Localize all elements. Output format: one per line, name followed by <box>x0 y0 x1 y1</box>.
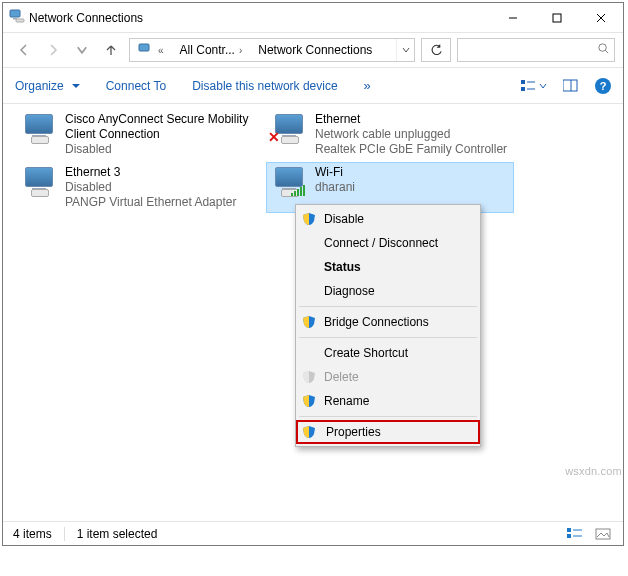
menu-label: Create Shortcut <box>324 346 408 360</box>
adapter-icon <box>19 165 59 197</box>
toolbar-overflow[interactable]: » <box>364 78 371 93</box>
menu-rename[interactable]: Rename <box>298 389 478 413</box>
svg-rect-7 <box>139 44 149 51</box>
adapter-name: Ethernet <box>315 112 507 127</box>
titlebar: Network Connections <box>3 3 623 33</box>
menu-diagnose[interactable]: Diagnose <box>298 279 478 303</box>
maximize-button[interactable] <box>535 3 579 32</box>
up-button[interactable] <box>98 38 123 62</box>
breadcrumb-label: All Contr... <box>180 43 235 57</box>
menu-delete: Delete <box>298 365 478 389</box>
disable-device-button[interactable]: Disable this network device <box>192 79 337 93</box>
menu-label: Rename <box>324 394 369 408</box>
search-icon <box>597 42 610 58</box>
disable-label: Disable this network device <box>192 79 337 93</box>
svg-line-9 <box>605 50 608 53</box>
adapter-cisco-anyconnect[interactable]: Cisco AnyConnect Secure Mobility Client … <box>16 109 264 160</box>
address-row: « All Contr... › Network Connections <box>3 33 623 68</box>
connect-to-label: Connect To <box>106 79 167 93</box>
address-icon[interactable]: « <box>130 39 172 61</box>
svg-rect-12 <box>521 87 525 91</box>
address-bar[interactable]: « All Contr... › Network Connections <box>129 38 415 62</box>
svg-rect-0 <box>10 10 20 17</box>
adapter-ethernet[interactable]: ✕ Ethernet Network cable unplugged Realt… <box>266 109 514 160</box>
menu-separator <box>299 337 477 338</box>
adapter-name: Wi-Fi <box>315 165 355 180</box>
chevron-right-icon: › <box>239 45 242 56</box>
recent-dropdown[interactable] <box>69 38 94 62</box>
address-dropdown[interactable] <box>396 39 414 61</box>
breadcrumb-label: Network Connections <box>258 43 372 57</box>
adapter-icon <box>19 112 59 144</box>
context-menu: Disable Connect / Disconnect Status Diag… <box>295 204 481 447</box>
adapter-ethernet-3[interactable]: Ethernet 3 Disabled PANGP Virtual Ethern… <box>16 162 264 213</box>
item-count: 4 items <box>13 527 52 541</box>
selection-count: 1 item selected <box>77 527 158 541</box>
shield-icon <box>302 425 316 439</box>
adapter-device: PANGP Virtual Ethernet Adapter <box>65 195 236 210</box>
icons-view-button[interactable] <box>593 526 613 542</box>
connect-to-button[interactable]: Connect To <box>106 79 167 93</box>
close-button[interactable] <box>579 3 623 32</box>
svg-rect-10 <box>521 80 525 84</box>
preview-pane-button[interactable] <box>563 79 579 93</box>
chevron-right-icon: « <box>158 45 164 56</box>
minimize-button[interactable] <box>491 3 535 32</box>
view-options-button[interactable] <box>521 79 547 93</box>
toolbar: Organize Connect To Disable this network… <box>3 68 623 104</box>
adapter-icon <box>269 165 309 197</box>
svg-rect-17 <box>567 534 571 538</box>
menu-label: Properties <box>326 425 381 439</box>
network-connections-icon <box>9 8 25 27</box>
menu-label: Status <box>324 260 361 274</box>
chevrons-icon: » <box>364 78 371 93</box>
organize-label: Organize <box>15 79 64 93</box>
menu-separator <box>299 306 477 307</box>
menu-separator <box>299 416 477 417</box>
forward-button[interactable] <box>40 38 65 62</box>
breadcrumb-control-panel[interactable]: All Contr... › <box>172 39 251 61</box>
menu-label: Diagnose <box>324 284 375 298</box>
shield-icon <box>302 315 316 329</box>
window-title: Network Connections <box>29 11 143 25</box>
breadcrumb-network-connections[interactable]: Network Connections <box>250 39 380 61</box>
menu-label: Delete <box>324 370 359 384</box>
svg-rect-14 <box>563 80 577 91</box>
menu-status[interactable]: Status <box>298 255 478 279</box>
help-button[interactable]: ? <box>595 78 611 94</box>
adapter-status: dharani <box>315 180 355 195</box>
adapter-name: Ethernet 3 <box>65 165 236 180</box>
details-view-button[interactable] <box>565 526 585 542</box>
adapter-status: Disabled <box>65 180 236 195</box>
svg-rect-4 <box>553 14 561 22</box>
window-frame: Network Connections « All Contr... › <box>2 2 624 546</box>
menu-label: Disable <box>324 212 364 226</box>
menu-label: Connect / Disconnect <box>324 236 438 250</box>
menu-bridge-connections[interactable]: Bridge Connections <box>298 310 478 334</box>
status-bar: 4 items 1 item selected <box>3 521 623 545</box>
shield-icon <box>302 370 316 384</box>
menu-label: Bridge Connections <box>324 315 429 329</box>
divider <box>64 527 65 541</box>
refresh-button[interactable] <box>421 38 451 62</box>
signal-icon <box>291 185 305 196</box>
svg-rect-16 <box>567 528 571 532</box>
organize-menu[interactable]: Organize <box>15 79 80 93</box>
search-input[interactable] <box>457 38 615 62</box>
shield-icon <box>302 212 316 226</box>
menu-connect-disconnect[interactable]: Connect / Disconnect <box>298 231 478 255</box>
menu-create-shortcut[interactable]: Create Shortcut <box>298 341 478 365</box>
window-title-wrap: Network Connections <box>9 8 143 27</box>
svg-rect-2 <box>16 19 24 22</box>
svg-point-8 <box>599 44 606 51</box>
back-button[interactable] <box>11 38 36 62</box>
adapter-status: Network cable unplugged <box>315 127 507 142</box>
unplugged-icon: ✕ <box>268 129 280 145</box>
menu-disable[interactable]: Disable <box>298 207 478 231</box>
shield-icon <box>302 394 316 408</box>
adapter-name: Cisco AnyConnect Secure Mobility Client … <box>65 112 261 142</box>
adapter-device: Realtek PCIe GbE Family Controller <box>315 142 507 157</box>
watermark: wsxdn.com <box>565 465 622 477</box>
menu-properties[interactable]: Properties <box>296 420 480 444</box>
adapter-icon: ✕ <box>269 112 309 144</box>
